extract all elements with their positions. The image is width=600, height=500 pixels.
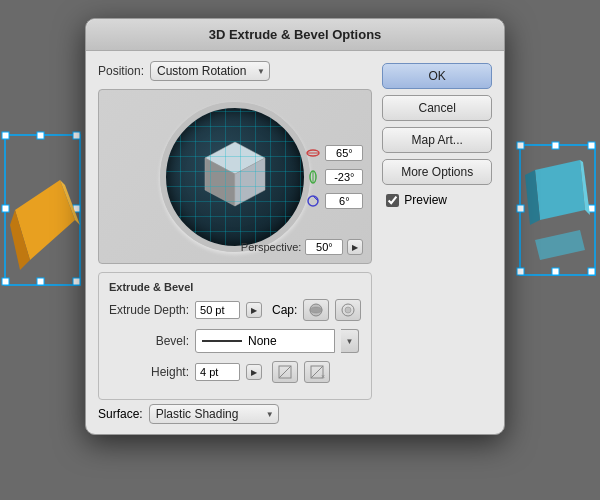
svg-rect-6 — [2, 278, 9, 285]
cap-round-btn[interactable] — [303, 299, 329, 321]
extrude-depth-input[interactable] — [195, 301, 240, 319]
right-panel: OK Cancel Map Art... More Options Previe… — [382, 61, 492, 424]
svg-rect-16 — [517, 205, 524, 212]
svg-point-37 — [345, 307, 351, 313]
bevel-label: Bevel: — [109, 334, 189, 348]
preview-checkbox[interactable] — [386, 194, 399, 207]
more-options-button[interactable]: More Options — [382, 159, 492, 185]
rotation-y-row — [305, 169, 363, 185]
rotation-y-icon — [305, 169, 321, 185]
surface-label: Surface: — [98, 407, 143, 421]
dialog: 3D Extrude & Bevel Options Position: Cus… — [85, 18, 505, 435]
position-label: Position: — [98, 64, 144, 78]
svg-rect-4 — [2, 205, 9, 212]
svg-rect-15 — [588, 142, 595, 149]
preview-area: Perspective: ▶ — [98, 89, 372, 264]
cube-preview — [193, 134, 278, 219]
perspective-arrow-btn[interactable]: ▶ — [347, 239, 363, 255]
perspective-row: Perspective: ▶ — [241, 239, 364, 255]
ok-button[interactable]: OK — [382, 63, 492, 89]
rotation-controls — [305, 145, 363, 209]
dialog-titlebar: 3D Extrude & Bevel Options — [86, 19, 504, 51]
svg-marker-25 — [205, 142, 265, 174]
bevel-style-inner-btn[interactable]: × — [304, 361, 330, 383]
svg-marker-24 — [535, 230, 585, 260]
background-left-shape — [0, 130, 85, 290]
svg-marker-21 — [535, 160, 585, 220]
svg-marker-26 — [205, 158, 235, 206]
surface-select[interactable]: Plastic Shading Diffuse Shading No Shadi… — [149, 404, 279, 424]
extrude-depth-arrow-btn[interactable]: ▶ — [246, 302, 262, 318]
bevel-line-icon — [202, 340, 242, 342]
perspective-input[interactable] — [305, 239, 343, 255]
svg-rect-19 — [552, 268, 559, 275]
cancel-button[interactable]: Cancel — [382, 95, 492, 121]
bevel-style-outer-btn[interactable] — [272, 361, 298, 383]
position-select-wrapper: Custom Rotation Front Back Top Bottom Le… — [150, 61, 270, 81]
dialog-body: Position: Custom Rotation Front Back Top… — [86, 51, 504, 434]
extrude-bevel-title: Extrude & Bevel — [109, 281, 361, 293]
viewport-circle — [160, 102, 310, 252]
rotation-x-input[interactable] — [325, 145, 363, 161]
bevel-row: Bevel: None ▼ — [109, 329, 361, 353]
svg-rect-7 — [37, 278, 44, 285]
cap-flat-btn[interactable] — [335, 299, 361, 321]
svg-text:×: × — [321, 373, 325, 380]
height-input[interactable] — [195, 363, 240, 381]
rotation-x-icon — [305, 145, 321, 161]
svg-rect-3 — [73, 132, 80, 139]
bevel-display: None — [195, 329, 335, 353]
bevel-dropdown-btn[interactable]: ▼ — [341, 329, 359, 353]
extrude-bevel-section: Extrude & Bevel Extrude Depth: ▶ Cap: — [98, 272, 372, 400]
svg-rect-1 — [2, 132, 9, 139]
height-arrow-btn[interactable]: ▶ — [246, 364, 262, 380]
rotation-x-row — [305, 145, 363, 161]
dialog-title: 3D Extrude & Bevel Options — [209, 27, 382, 42]
svg-rect-2 — [37, 132, 44, 139]
position-row: Position: Custom Rotation Front Back Top… — [98, 61, 372, 81]
rotation-y-input[interactable] — [325, 169, 363, 185]
background-right-shape — [515, 140, 600, 280]
rotation-z-row — [305, 193, 363, 209]
left-panel: Position: Custom Rotation Front Back Top… — [98, 61, 372, 424]
rotation-z-input[interactable] — [325, 193, 363, 209]
svg-point-35 — [310, 307, 322, 313]
svg-rect-8 — [73, 278, 80, 285]
preview-label: Preview — [404, 193, 447, 207]
perspective-label: Perspective: — [241, 241, 302, 253]
cap-label: Cap: — [272, 303, 297, 317]
surface-row: Surface: Plastic Shading Diffuse Shading… — [98, 404, 372, 424]
position-select[interactable]: Custom Rotation Front Back Top Bottom Le… — [150, 61, 270, 81]
bevel-value: None — [248, 334, 277, 348]
svg-rect-14 — [552, 142, 559, 149]
svg-rect-13 — [517, 142, 524, 149]
svg-rect-20 — [588, 268, 595, 275]
map-art-button[interactable]: Map Art... — [382, 127, 492, 153]
rotation-z-icon — [305, 193, 321, 209]
svg-rect-18 — [517, 268, 524, 275]
extrude-depth-row: Extrude Depth: ▶ Cap: — [109, 299, 361, 321]
surface-select-wrapper: Plastic Shading Diffuse Shading No Shadi… — [149, 404, 279, 424]
preview-row: Preview — [382, 193, 492, 207]
svg-marker-27 — [235, 158, 265, 206]
svg-point-32 — [308, 196, 318, 206]
height-label: Height: — [109, 365, 189, 379]
height-row: Height: ▶ × — [109, 361, 361, 383]
extrude-depth-label: Extrude Depth: — [109, 303, 189, 317]
